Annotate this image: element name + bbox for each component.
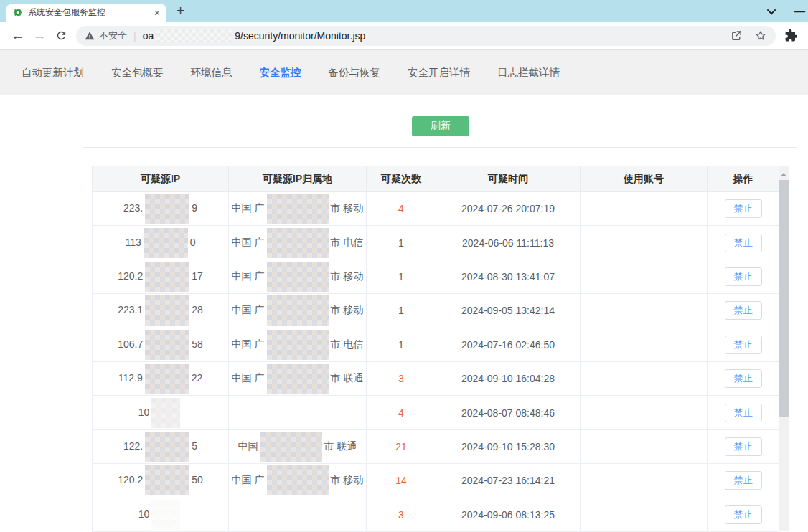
ip-suffix: 9 <box>192 202 197 214</box>
ip-cell: 10 <box>93 498 229 531</box>
table-row: 122.5 中国市 联通 21 2024-09-10 15:28:30 禁止 <box>93 429 779 463</box>
account-cell <box>581 328 708 361</box>
ban-button[interactable]: 禁止 <box>725 505 762 524</box>
ip-cell: 1130 <box>93 226 229 260</box>
browser-tab[interactable]: 系统安全包服务监控 × <box>6 4 166 22</box>
nav-item-auto-update[interactable]: 自动更新计划 <box>22 66 84 80</box>
loc-prefix: 中国 广 <box>232 270 265 282</box>
tab-title: 系统安全包服务监控 <box>28 6 149 19</box>
table-scrollbar[interactable] <box>779 166 789 531</box>
back-button[interactable]: ← <box>7 28 29 44</box>
loc-suffix: 市 移动 <box>331 474 364 485</box>
action-cell: 禁止 <box>708 361 779 395</box>
ban-button[interactable]: 禁止 <box>725 336 762 354</box>
table-body: 223.9 中国 广市 移动 4 2024-07-26 20:07:19 禁止 … <box>93 192 779 532</box>
ban-button[interactable]: 禁止 <box>725 404 762 422</box>
action-cell: 禁止 <box>708 294 779 328</box>
ip-redacted-mosaic <box>151 398 180 428</box>
chevron-down-icon[interactable] <box>767 5 776 14</box>
ban-button[interactable]: 禁止 <box>725 301 762 320</box>
location-cell: 中国 广市 电信 <box>229 226 367 260</box>
loc-suffix: 市 移动 <box>331 270 364 282</box>
table-row: 120.217 中国 广市 移动 1 2024-08-30 13:41:07 禁… <box>93 260 779 293</box>
location-redacted-mosaic <box>267 330 329 360</box>
ip-prefix: 223. <box>123 202 143 214</box>
minimize-button[interactable]: — <box>794 5 805 17</box>
ip-redacted-mosaic <box>145 465 189 495</box>
loc-suffix: 市 电信 <box>331 338 364 349</box>
time-cell: 2024-08-30 13:41:07 <box>436 260 581 293</box>
account-cell <box>581 361 708 395</box>
ip-prefix: 106.7 <box>118 338 143 349</box>
browser-toolbar: ← → 不安全 | oa 9/security/monitor/Monitor.… <box>0 22 808 50</box>
location-redacted-mosaic <box>267 228 329 258</box>
nav-item-package-overview[interactable]: 安全包概要 <box>111 66 164 80</box>
ban-button[interactable]: 禁止 <box>725 199 762 218</box>
action-cell: 禁止 <box>708 260 779 293</box>
loc-prefix: 中国 广 <box>232 338 265 349</box>
nav-item-environment[interactable]: 环境信息 <box>191 66 232 80</box>
col-header-count: 可疑次数 <box>367 166 436 192</box>
time-cell: 2024-09-05 13:42:14 <box>436 294 581 328</box>
loc-prefix: 中国 广 <box>232 372 265 384</box>
time-cell: 2024-06-06 11:11:13 <box>436 226 581 260</box>
table-row: 120.250 中国 广市 移动 14 2024-07-23 16:14:21 … <box>93 464 779 498</box>
ban-button[interactable]: 禁止 <box>725 437 762 456</box>
new-tab-button[interactable]: + <box>177 3 184 19</box>
count-cell: 4 <box>367 396 436 429</box>
loc-prefix: 中国 广 <box>232 202 265 214</box>
extensions-puzzle-icon[interactable] <box>784 29 798 42</box>
ip-cell: 106.758 <box>93 328 229 361</box>
reload-button[interactable] <box>50 29 72 42</box>
ban-button[interactable]: 禁止 <box>725 471 762 490</box>
forward-button[interactable]: → <box>29 28 50 44</box>
nav-item-security-detail[interactable]: 安全开启详情 <box>408 66 470 80</box>
nav-item-log-intercept[interactable]: 日志拦截详情 <box>497 66 560 80</box>
ban-button[interactable]: 禁止 <box>725 234 762 252</box>
bookmark-star-icon[interactable] <box>754 29 767 42</box>
action-cell: 禁止 <box>708 328 779 361</box>
account-cell <box>581 294 708 328</box>
ip-cell: 120.217 <box>93 260 229 293</box>
time-cell: 2024-07-23 16:14:21 <box>436 464 581 498</box>
page-nav: 自动更新计划 安全包概要 环境信息 安全监控 备份与恢复 安全开启详情 日志拦截… <box>0 50 808 95</box>
time-cell: 2024-07-16 02:46:50 <box>436 328 581 361</box>
time-cell: 2024-07-26 20:07:19 <box>436 192 581 226</box>
location-cell <box>229 498 367 531</box>
ip-prefix: 10 <box>138 406 150 417</box>
ip-cell: 112.922 <box>93 361 229 395</box>
scroll-up-arrow-icon[interactable] <box>781 170 786 176</box>
account-cell <box>581 226 708 260</box>
favicon-gear-icon <box>12 7 23 18</box>
ip-prefix: 112.9 <box>118 372 143 384</box>
ban-button[interactable]: 禁止 <box>725 369 762 388</box>
ip-suffix: 17 <box>192 270 203 282</box>
ban-button[interactable]: 禁止 <box>725 267 762 286</box>
address-bar[interactable]: 不安全 | oa 9/security/monitor/Monitor.jsp <box>76 26 776 46</box>
location-redacted-mosaic <box>267 295 329 326</box>
loc-suffix: 市 移动 <box>331 202 364 214</box>
tab-close-icon[interactable]: × <box>154 8 160 18</box>
ip-suffix: 5 <box>192 440 197 452</box>
action-cell: 禁止 <box>708 429 779 463</box>
location-redacted-mosaic <box>267 262 329 292</box>
ip-prefix: 223.1 <box>118 304 143 315</box>
suspicious-ip-table: 可疑源IP 可疑源IP归属地 可疑次数 可疑时间 使用账号 操作 223.9 中… <box>92 166 779 531</box>
refresh-button[interactable]: 刷新 <box>412 116 469 136</box>
loc-prefix: 中国 广 <box>232 236 265 247</box>
location-redacted-mosaic <box>267 465 329 495</box>
ip-prefix: 120.2 <box>118 270 143 282</box>
nav-item-security-monitor[interactable]: 安全监控 <box>260 66 301 80</box>
security-label: 不安全 <box>99 29 127 42</box>
count-cell: 1 <box>367 260 436 293</box>
action-cell: 禁止 <box>708 396 779 429</box>
tab-strip: 系统安全包服务监控 × + — <box>0 0 808 22</box>
col-header-ip-location: 可疑源IP归属地 <box>229 166 367 192</box>
omnibox-separator: | <box>133 30 136 42</box>
scrollbar-thumb[interactable] <box>779 180 789 417</box>
loc-prefix: 中国 <box>238 440 258 452</box>
location-cell: 中国 广市 移动 <box>229 464 367 498</box>
ip-cell: 120.250 <box>93 464 229 498</box>
nav-item-backup-restore[interactable]: 备份与恢复 <box>329 66 381 80</box>
share-icon[interactable] <box>731 29 743 42</box>
